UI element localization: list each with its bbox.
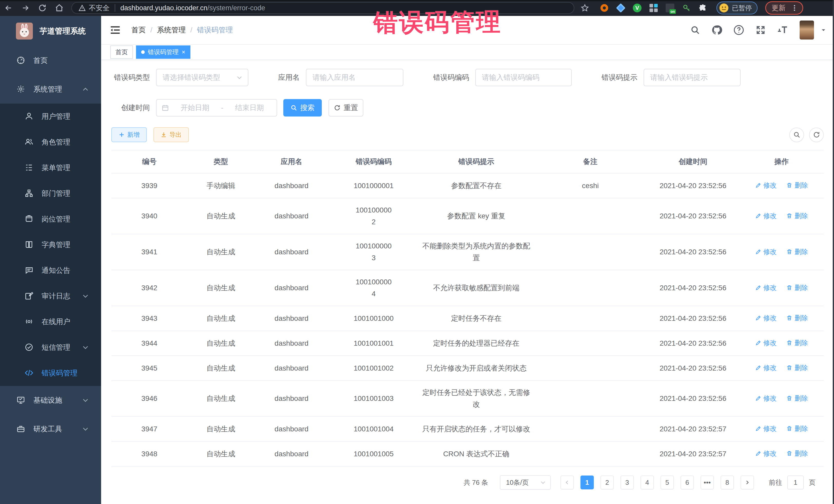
help-question-icon[interactable] <box>733 25 744 36</box>
sidebar-item-通知公告[interactable]: 通知公告 <box>0 258 101 283</box>
table-row[interactable]: 3946 自动生成 dashboard 1001001003 定时任务已经处于该… <box>111 380 824 416</box>
edit-link[interactable]: 修改 <box>755 210 777 222</box>
page-size-select[interactable]: 10条/页 <box>500 475 551 490</box>
sidebar-item-岗位管理[interactable]: 岗位管理 <box>0 206 101 232</box>
page-more-button[interactable]: ••• <box>701 476 714 489</box>
bookmark-star-icon[interactable] <box>580 4 589 12</box>
sidebar-item-首页[interactable]: 首页 <box>0 46 101 75</box>
delete-link[interactable]: 删除 <box>786 312 808 324</box>
error-code-type-select[interactable]: 请选择错误码类型 <box>156 69 248 86</box>
breadcrumb-item[interactable]: 首页 <box>131 25 146 35</box>
url-domain[interactable]: dashboard.yudao.iocoder.cn <box>120 4 207 12</box>
table-row[interactable]: 3945 自动生成 dashboard 1001001002 只允许修改为开启或… <box>111 356 824 380</box>
user-avatar[interactable] <box>799 21 814 40</box>
extension-gem-icon[interactable] <box>616 3 626 13</box>
extension-green-v-icon[interactable]: V <box>632 3 642 13</box>
browser-back-icon[interactable] <box>0 0 17 16</box>
tag-错误码管理[interactable]: 错误码管理× <box>136 45 191 59</box>
goto-page-input[interactable] <box>787 476 804 489</box>
sidebar-item-菜单管理[interactable]: 菜单管理 <box>0 155 101 181</box>
font-size-icon[interactable] <box>777 25 788 35</box>
page-button-6[interactable]: 6 <box>681 476 694 489</box>
reset-button[interactable]: 重置 <box>328 99 364 116</box>
browser-profile-chip[interactable]: 已暂停 <box>717 2 758 14</box>
page-button-8[interactable]: 8 <box>721 476 734 489</box>
extension-orange-icon[interactable] <box>599 3 609 13</box>
edit-link[interactable]: 修改 <box>755 246 777 258</box>
sidebar-item-系统管理[interactable]: 系统管理 <box>0 75 101 104</box>
update-label[interactable]: 更新 <box>772 3 786 13</box>
delete-link[interactable]: 删除 <box>786 179 808 191</box>
browser-home-icon[interactable] <box>51 0 68 16</box>
delete-link[interactable]: 删除 <box>786 447 808 459</box>
error-hint-input[interactable] <box>644 69 740 86</box>
add-button[interactable]: 新增 <box>111 127 147 142</box>
delete-link[interactable]: 删除 <box>786 337 808 349</box>
table-row[interactable]: 3941 自动生成 dashboard 1001000003 不能删除类型为系统… <box>111 234 824 270</box>
user-menu-caret-icon[interactable] <box>821 27 826 33</box>
sidebar-item-错误码管理[interactable]: 错误码管理 <box>0 360 101 386</box>
export-button[interactable]: 导出 <box>153 127 189 142</box>
table-row[interactable]: 3944 自动生成 dashboard 1001001001 定时任务的处理器已… <box>111 331 824 356</box>
extensions-puzzle-icon[interactable] <box>698 3 708 13</box>
tag-首页[interactable]: 首页 <box>110 45 133 59</box>
page-button-2[interactable]: 2 <box>600 476 614 489</box>
app-logo-row[interactable]: 芋道管理系统 <box>0 16 101 46</box>
extension-on-switch-icon[interactable]: on <box>665 3 675 13</box>
search-button[interactable]: 搜索 <box>283 99 322 116</box>
security-label[interactable]: 不安全 <box>89 3 110 13</box>
sidebar-item-在线用户[interactable]: 在线用户 <box>0 309 101 335</box>
table-row[interactable]: 3939 手动编辑 dashboard 1001000001 参数配置不存在 c… <box>111 173 824 198</box>
table-row[interactable]: 3948 自动生成 dashboard 1001001005 CRON 表达式不… <box>111 441 824 466</box>
sidebar-item-研发工具[interactable]: 研发工具 <box>0 415 101 443</box>
date-range-picker[interactable]: 开始日期 - 结束日期 <box>156 99 277 116</box>
browser-menu-kebab-icon[interactable] <box>791 4 798 12</box>
sidebar-toggle-hamburger-icon[interactable] <box>110 25 120 35</box>
table-row[interactable]: 3942 自动生成 dashboard 1001000004 不允许获取敏感配置… <box>111 270 824 306</box>
sidebar-item-字典管理[interactable]: 字典管理 <box>0 232 101 258</box>
sidebar-item-用户管理[interactable]: 用户管理 <box>0 104 101 129</box>
next-page-button[interactable] <box>741 476 754 489</box>
refresh-circle-button[interactable] <box>809 128 824 142</box>
edit-link[interactable]: 修改 <box>755 282 777 293</box>
breadcrumb-item[interactable]: 系统管理 <box>157 25 186 35</box>
delete-link[interactable]: 删除 <box>786 362 808 374</box>
sidebar-item-部门管理[interactable]: 部门管理 <box>0 181 101 206</box>
delete-link[interactable]: 删除 <box>786 246 808 258</box>
sidebar-item-基础设施[interactable]: 基础设施 <box>0 386 101 415</box>
url-path[interactable]: /system/error-code <box>207 4 265 12</box>
edit-link[interactable]: 修改 <box>755 337 777 349</box>
error-code-input[interactable] <box>476 69 571 86</box>
fullscreen-icon[interactable] <box>755 25 766 35</box>
browser-update-button[interactable]: 更新 <box>765 1 803 15</box>
sidebar-item-角色管理[interactable]: 角色管理 <box>0 129 101 155</box>
page-button-3[interactable]: 3 <box>620 476 634 489</box>
header-search-icon[interactable] <box>690 25 700 35</box>
app-name-input[interactable] <box>306 69 403 86</box>
table-row[interactable]: 3943 自动生成 dashboard 1001001000 定时任务不存在 2… <box>111 306 824 331</box>
prev-page-button[interactable] <box>561 476 574 489</box>
edit-link[interactable]: 修改 <box>755 312 777 324</box>
edit-link[interactable]: 修改 <box>755 423 777 435</box>
browser-reload-icon[interactable] <box>34 0 51 16</box>
page-button-5[interactable]: 5 <box>660 476 674 489</box>
delete-link[interactable]: 删除 <box>786 282 808 293</box>
page-button-4[interactable]: 4 <box>640 476 654 489</box>
extension-key-icon[interactable] <box>682 3 691 13</box>
edit-link[interactable]: 修改 <box>755 362 777 374</box>
edit-link[interactable]: 修改 <box>755 179 777 191</box>
delete-link[interactable]: 删除 <box>786 423 808 435</box>
sidebar-item-审计日志[interactable]: 审计日志 <box>0 283 101 309</box>
toggle-search-circle-button[interactable] <box>789 128 804 142</box>
page-button-1[interactable]: 1 <box>580 476 594 489</box>
github-icon[interactable] <box>711 25 722 36</box>
delete-link[interactable]: 删除 <box>786 392 808 404</box>
delete-link[interactable]: 删除 <box>786 210 808 222</box>
table-row[interactable]: 3940 自动生成 dashboard 1001000002 参数配置 key … <box>111 198 824 234</box>
browser-forward-icon[interactable] <box>17 0 34 16</box>
edit-link[interactable]: 修改 <box>755 447 777 459</box>
tag-close-icon[interactable]: × <box>182 49 185 55</box>
sidebar-item-短信管理[interactable]: 短信管理 <box>0 335 101 360</box>
extension-squares-icon[interactable] <box>649 3 658 13</box>
table-row[interactable]: 3947 自动生成 dashboard 1001001004 只有开启状态的任务… <box>111 416 824 441</box>
